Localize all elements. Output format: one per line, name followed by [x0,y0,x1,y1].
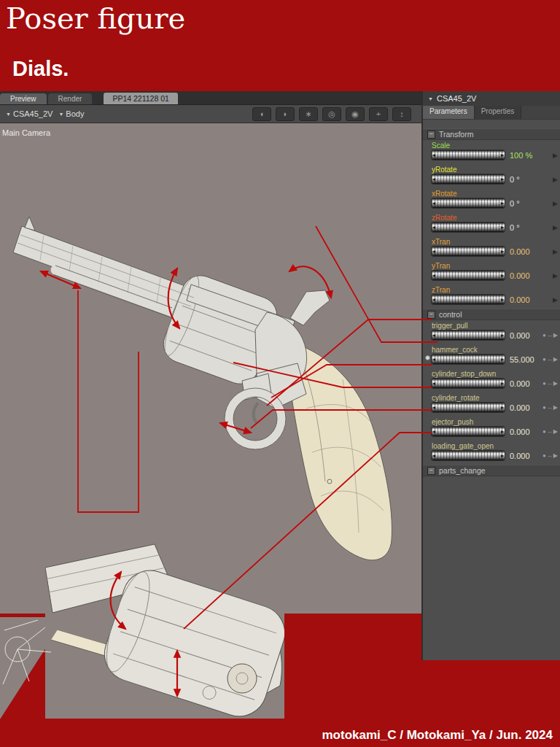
dial-left-arrow-icon[interactable]: ◂ [432,297,436,303]
dial-options-icons[interactable]: ●↔▶ [542,356,559,363]
dial-options-icons[interactable]: ●↔▶ [542,404,559,411]
dial-right-arrow-icon[interactable]: ▸ [500,453,505,459]
dial-label: zRotate [432,214,560,222]
dial-zTran[interactable]: ◂▸ [432,295,505,304]
figure-selector[interactable]: ▼ CSA45_2V [6,109,52,118]
tab-render[interactable]: Render [48,93,93,104]
group-header-Transform[interactable]: −Transform [423,128,560,140]
trackball-icon[interactable]: ◉ [346,107,365,121]
body-part-selector[interactable]: ▼ Body [58,109,84,118]
dial-value[interactable]: 0.000 [510,452,542,460]
panel-figure-title: CSA45_2V [437,94,476,103]
dial-value[interactable]: 0.000 [510,427,542,436]
dial-left-arrow-icon[interactable]: ◂ [432,405,436,411]
dial-row-Scale: Scale◂▸100 %▶ [423,142,560,164]
dial-value[interactable]: 0 ° [510,199,546,208]
dial-loading_gate_open[interactable]: ◂▸ [432,451,505,460]
dial-right-arrow-icon[interactable]: ▸ [500,249,505,255]
dial-options-icons[interactable]: ●↔▶ [542,452,559,459]
group-header-control[interactable]: −control [423,309,560,320]
dial-value[interactable]: 0.000 [510,331,542,340]
dial-left-arrow-icon[interactable]: ◂ [432,201,436,206]
dial-left-arrow-icon[interactable]: ◂ [432,381,436,387]
dial-right-arrow-icon[interactable]: ▸ [500,297,505,303]
dial-trigger_pull[interactable]: ◂▸ [432,330,505,340]
dial-label: xTran [432,238,560,246]
dial-left-arrow-icon[interactable]: ◂ [432,453,436,459]
panel-figure-header[interactable]: ▼ CSA45_2V [423,91,560,106]
face-camera-left-icon[interactable]: ◖ [252,107,271,121]
collapse-icon[interactable]: − [427,467,435,475]
dial-right-arrow-icon[interactable]: ▸ [500,152,505,158]
collapse-icon[interactable]: − [427,131,435,139]
dial-groups: −TransformScale◂▸100 %▶yRotate◂▸0 °▶xRot… [423,120,560,476]
dial-options-icons[interactable]: ●↔▶ [542,332,559,338]
dial-left-arrow-icon[interactable]: ◂ [432,225,436,231]
move-xy-icon[interactable]: + [369,107,388,121]
tab-preview[interactable]: Preview [0,93,47,104]
dial-row-hammer_cock: hammer_cock◂▸55.000●↔▶ [423,346,560,368]
dial-right-arrow-icon[interactable]: ▸ [500,357,505,363]
collapse-icon[interactable]: − [427,311,435,319]
dial-right-arrow-icon[interactable]: ▸ [500,405,505,411]
dial-left-arrow-icon[interactable]: ◂ [432,357,436,363]
dial-cylinder_rotate[interactable]: ◂▸ [432,403,505,412]
dial-right-arrow-icon[interactable]: ▸ [500,201,505,206]
dial-options-icons[interactable]: ●↔▶ [542,428,559,435]
dial-next-icon[interactable]: ▶ [553,200,558,207]
dial-left-arrow-icon[interactable]: ◂ [432,177,436,182]
dial-next-icon[interactable]: ▶ [553,224,558,231]
dial-right-arrow-icon[interactable]: ▸ [500,177,505,182]
group-header-parts_change[interactable]: −parts_change [423,465,560,476]
dial-value[interactable]: 0 ° [510,223,546,232]
dial-label: loading_gate_open [432,442,560,450]
dial-yRotate[interactable]: ◂▸ [432,174,505,184]
dial-xRotate[interactable]: ◂▸ [432,198,505,208]
dial-left-arrow-icon[interactable]: ◂ [432,249,436,255]
dial-ejector_push[interactable]: ◂▸ [432,427,505,436]
dial-next-icon[interactable]: ▶ [553,296,558,303]
dial-zRotate[interactable]: ◂▸ [432,222,505,232]
document-title-field[interactable]: PP14 221128 01 [104,93,177,104]
camera-label: Main Camera [2,128,50,137]
dial-next-icon[interactable]: ▶ [553,248,558,255]
dial-value[interactable]: 0.000 [510,379,542,388]
dial-label: cylinder_stop_down [432,370,560,378]
panel-tab-properties[interactable]: Properties [475,106,522,119]
dial-cylinder_stop_down[interactable]: ◂▸ [432,379,505,388]
dial-right-arrow-icon[interactable]: ▸ [500,333,505,338]
dial-value[interactable]: 0.000 [510,271,546,280]
dial-value[interactable]: 0.000 [510,403,542,412]
move-z-icon[interactable]: ↕ [392,107,411,121]
dial-left-arrow-icon[interactable]: ◂ [432,333,436,338]
dial-right-arrow-icon[interactable]: ▸ [500,381,505,387]
hand-camera-icon[interactable]: ∗ [299,107,318,121]
dial-row-zRotate: zRotate◂▸0 °▶ [423,214,560,236]
dial-value[interactable]: 100 % [510,151,546,160]
dial-value[interactable]: 0.000 [510,295,546,304]
dial-left-arrow-icon[interactable]: ◂ [432,273,436,279]
dial-next-icon[interactable]: ▶ [553,272,558,279]
dial-left-arrow-icon[interactable]: ◂ [432,152,436,158]
flyaround-camera-icon[interactable]: ◎ [322,107,341,121]
dial-row-ejector_push: ejector_push◂▸0.000●↔▶ [423,418,560,441]
face-camera-right-icon[interactable]: ◗ [276,107,295,121]
dial-value[interactable]: 0 ° [510,175,546,184]
dial-value[interactable]: 55.000 [510,355,542,364]
dial-row-xRotate: xRotate◂▸0 °▶ [423,190,560,212]
panel-tab-parameters[interactable]: Parameters [423,106,475,119]
dial-next-icon[interactable]: ▶ [553,152,558,159]
dial-next-icon[interactable]: ▶ [553,176,558,183]
dial-Scale[interactable]: ◂▸ [432,150,505,160]
dial-hammer_cock[interactable]: ◂▸ [432,355,505,364]
dial-options-icons[interactable]: ●↔▶ [542,380,559,387]
dial-right-arrow-icon[interactable]: ▸ [500,225,505,231]
viewport[interactable]: Main Camera [0,123,421,614]
dial-right-arrow-icon[interactable]: ▸ [500,429,505,435]
dial-left-arrow-icon[interactable]: ◂ [432,429,436,435]
dial-value[interactable]: 0.000 [510,247,546,256]
dial-right-arrow-icon[interactable]: ▸ [500,273,505,279]
dial-xTran[interactable]: ◂▸ [432,247,505,256]
dial-yTran[interactable]: ◂▸ [432,271,505,280]
dial-label: yRotate [432,166,560,174]
